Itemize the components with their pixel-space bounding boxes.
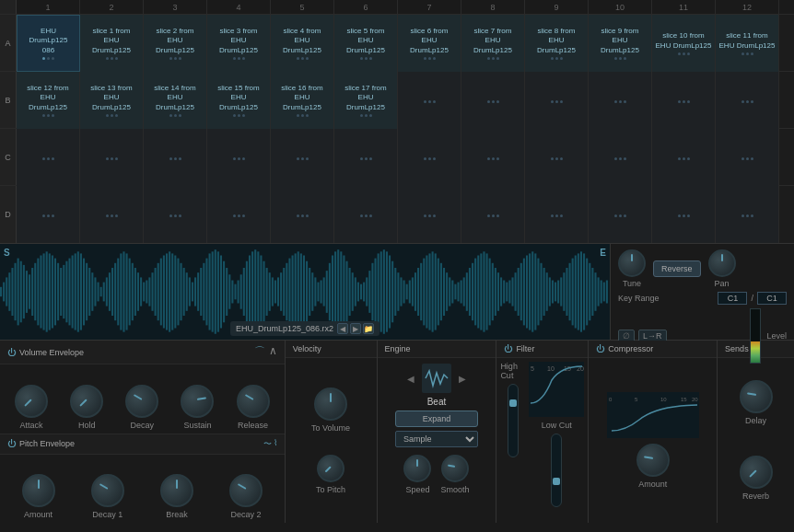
cell-a5[interactable]: slice 4 fromEHUDrumLp125 bbox=[271, 15, 334, 72]
cell-d7[interactable] bbox=[398, 186, 461, 243]
cell-a12[interactable]: slice 11 fromEHU DrumLp125 bbox=[716, 15, 779, 72]
cell-d1[interactable] bbox=[17, 186, 80, 243]
cell-d5[interactable] bbox=[271, 186, 334, 243]
waveform-prev-btn[interactable]: ◀ bbox=[337, 323, 348, 334]
waveform-folder-btn[interactable]: 📁 bbox=[363, 323, 374, 334]
svg-rect-35 bbox=[98, 283, 99, 302]
cell-b7[interactable] bbox=[398, 72, 461, 129]
hold-knob[interactable] bbox=[70, 385, 103, 418]
key-range-to[interactable]: C1 bbox=[757, 292, 787, 305]
cell-d9[interactable] bbox=[525, 186, 589, 243]
cell-b5[interactable]: slice 16 fromEHUDrumLp125 bbox=[271, 72, 334, 129]
sustain-knob[interactable] bbox=[181, 385, 214, 418]
cell-a10[interactable]: slice 9 fromEHUDrumLp125 bbox=[589, 15, 652, 72]
decay-knob[interactable] bbox=[125, 385, 158, 418]
attack-knob[interactable] bbox=[15, 385, 48, 418]
delay-knob[interactable] bbox=[740, 380, 773, 413]
svg-text:10: 10 bbox=[660, 397, 667, 402]
cell-b12[interactable] bbox=[716, 72, 779, 129]
high-cut-col: High Cut bbox=[500, 362, 525, 519]
svg-rect-197 bbox=[560, 277, 562, 306]
release-knob[interactable] bbox=[237, 385, 270, 418]
filter-header: ⏻ Filter bbox=[496, 341, 588, 358]
cell-b8[interactable] bbox=[461, 72, 525, 129]
speed-knob[interactable] bbox=[403, 455, 431, 482]
svg-rect-193 bbox=[549, 277, 551, 306]
cell-b9[interactable] bbox=[525, 72, 589, 129]
expand-button[interactable]: Expand bbox=[395, 411, 478, 427]
cell-c3[interactable] bbox=[144, 129, 207, 186]
hold-knob-group: Hold bbox=[70, 385, 103, 430]
pitch-decay1-knob[interactable] bbox=[91, 474, 124, 507]
cell-d6[interactable] bbox=[334, 186, 398, 243]
tune-knob[interactable] bbox=[618, 249, 646, 277]
cell-b11[interactable] bbox=[652, 72, 716, 129]
cell-d2[interactable] bbox=[80, 186, 144, 243]
waveform-display[interactable]: S E bbox=[0, 244, 610, 340]
cell-a2[interactable]: slice 1 fromEHUDrumLp125 bbox=[80, 15, 144, 72]
cell-b2[interactable]: slice 13 fromEHUDrumLp125 bbox=[80, 72, 144, 129]
cell-b6[interactable]: slice 17 fromEHUDrumLp125 bbox=[334, 72, 398, 129]
svg-rect-36 bbox=[100, 287, 102, 296]
pitch-break-knob[interactable] bbox=[160, 474, 193, 507]
cell-c6[interactable] bbox=[334, 129, 398, 186]
cell-d4[interactable] bbox=[207, 186, 271, 243]
compressor-amount-knob[interactable] bbox=[636, 444, 670, 477]
cell-a8[interactable]: slice 7 fromEHUDrumLp125 bbox=[461, 15, 525, 72]
cell-c8[interactable] bbox=[461, 129, 525, 186]
key-range-from[interactable]: C1 bbox=[718, 292, 747, 305]
high-cut-slider[interactable] bbox=[508, 384, 519, 457]
svg-rect-86 bbox=[243, 268, 245, 316]
velocity-to-pitch-knob[interactable] bbox=[317, 455, 344, 482]
cell-c2[interactable] bbox=[80, 129, 144, 186]
cell-d11[interactable] bbox=[652, 186, 716, 243]
low-cut-slider[interactable] bbox=[551, 434, 562, 507]
svg-rect-155 bbox=[440, 263, 442, 320]
cell-d8[interactable] bbox=[461, 186, 525, 243]
cell-a7[interactable]: slice 6 fromEHUDrumLp125 bbox=[398, 15, 461, 72]
svg-rect-203 bbox=[578, 253, 579, 330]
reverb-knob[interactable] bbox=[740, 456, 773, 489]
cell-a11[interactable]: slice 10 fromEHU DrumLp125 bbox=[652, 15, 716, 72]
cell-a6[interactable]: slice 5 fromEHUDrumLp125 bbox=[334, 15, 398, 72]
cell-c10[interactable] bbox=[589, 129, 652, 186]
attack-label: Attack bbox=[20, 421, 43, 430]
cell-a1[interactable]: EHUDrumLp125086 bbox=[17, 15, 80, 72]
engine-next-arrow[interactable]: ▶ bbox=[459, 374, 466, 384]
cell-c4[interactable] bbox=[207, 129, 271, 186]
cell-c9[interactable] bbox=[525, 129, 589, 186]
cell-b1[interactable]: slice 12 fromEHUDrumLp125 bbox=[17, 72, 80, 129]
pitch-decay2-knob[interactable] bbox=[229, 474, 263, 507]
cell-a3[interactable]: slice 2 fromEHUDrumLp125 bbox=[144, 15, 207, 72]
svg-rect-10 bbox=[26, 271, 28, 313]
waveform-next-btn[interactable]: ▶ bbox=[350, 323, 361, 334]
reverse-button[interactable]: Reverse bbox=[653, 260, 701, 277]
svg-rect-120 bbox=[340, 251, 342, 331]
level-label: Level bbox=[766, 331, 787, 341]
cell-c7[interactable] bbox=[398, 129, 461, 186]
cell-a4[interactable]: slice 3 fromEHUDrumLp125 bbox=[207, 15, 271, 72]
grid-row-c: C bbox=[0, 129, 794, 186]
smooth-knob[interactable] bbox=[441, 455, 469, 482]
cell-a9[interactable]: slice 8 fromEHUDrumLp125 bbox=[525, 15, 589, 72]
pitch-amount-knob[interactable] bbox=[22, 474, 55, 507]
cell-d10[interactable] bbox=[589, 186, 652, 243]
cell-c5[interactable] bbox=[271, 129, 334, 186]
svg-rect-54 bbox=[151, 272, 153, 311]
cell-b3[interactable]: slice 14 fromEHUDrumLp125 bbox=[144, 72, 207, 129]
engine-prev-arrow[interactable]: ◀ bbox=[407, 374, 415, 384]
cell-c11[interactable] bbox=[652, 129, 716, 186]
engine-sample-select[interactable]: Sample bbox=[395, 431, 478, 447]
svg-rect-208 bbox=[591, 268, 593, 316]
pan-knob[interactable] bbox=[708, 249, 736, 277]
cell-b10[interactable] bbox=[589, 72, 652, 129]
cell-d3[interactable] bbox=[144, 186, 207, 243]
sample-grid: A EHUDrumLp125086 slice 1 fromEHUDrumLp1… bbox=[0, 15, 794, 244]
cell-d12[interactable] bbox=[716, 186, 779, 243]
cell-b4[interactable]: slice 15 fromEHUDrumLp125 bbox=[207, 72, 271, 129]
cell-c12[interactable] bbox=[716, 129, 779, 186]
svg-rect-41 bbox=[114, 263, 116, 320]
svg-rect-33 bbox=[91, 272, 93, 311]
cell-c1[interactable] bbox=[17, 129, 80, 186]
velocity-to-volume-knob[interactable] bbox=[314, 387, 347, 421]
